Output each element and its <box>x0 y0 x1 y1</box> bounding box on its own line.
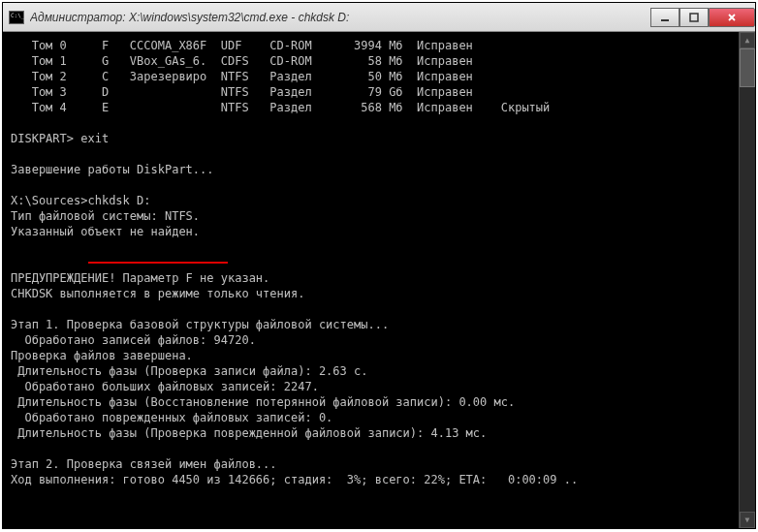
titlebar[interactable]: Администратор: X:\windows\system32\cmd.e… <box>3 3 755 32</box>
cmd-icon <box>9 11 24 24</box>
scroll-down-button[interactable]: ▼ <box>740 512 755 528</box>
scroll-up-button[interactable]: ▲ <box>740 32 755 48</box>
cmd-window: Администратор: X:\windows\system32\cmd.e… <box>2 2 756 529</box>
highlight-underline <box>88 262 228 264</box>
minimize-button[interactable] <box>650 8 679 27</box>
terminal-output[interactable]: Том 0 F CCCOMA_X86F UDF CD-ROM 3994 Mб И… <box>3 32 739 528</box>
maximize-icon <box>689 13 699 22</box>
scrollbar-track[interactable] <box>740 48 755 512</box>
minimize-icon <box>660 13 670 22</box>
svg-rect-1 <box>690 14 698 21</box>
close-button[interactable] <box>709 8 755 27</box>
svg-rect-0 <box>661 19 669 21</box>
window-controls <box>650 8 755 27</box>
maximize-button[interactable] <box>679 8 709 27</box>
terminal-area: Том 0 F CCCOMA_X86F UDF CD-ROM 3994 Mб И… <box>3 32 755 528</box>
window-title: Администратор: X:\windows\system32\cmd.e… <box>30 11 650 24</box>
close-icon <box>727 13 737 22</box>
vertical-scrollbar[interactable]: ▲ ▼ <box>739 32 755 528</box>
scrollbar-thumb[interactable] <box>740 48 755 87</box>
